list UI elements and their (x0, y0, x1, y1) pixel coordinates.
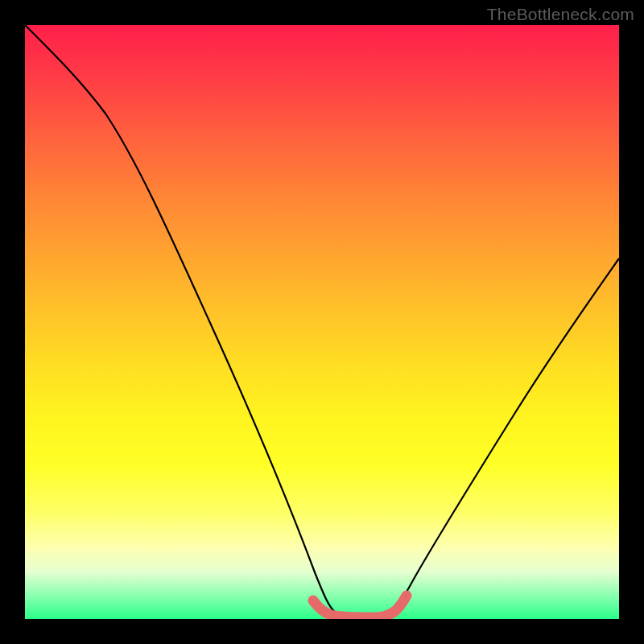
valley-highlight (313, 596, 407, 617)
plot-area (25, 25, 619, 619)
curve-svg (25, 25, 619, 619)
bottleneck-curve (25, 25, 619, 617)
watermark-text: TheBottleneck.com (487, 5, 634, 24)
chart-stage: TheBottleneck.com (0, 0, 644, 644)
